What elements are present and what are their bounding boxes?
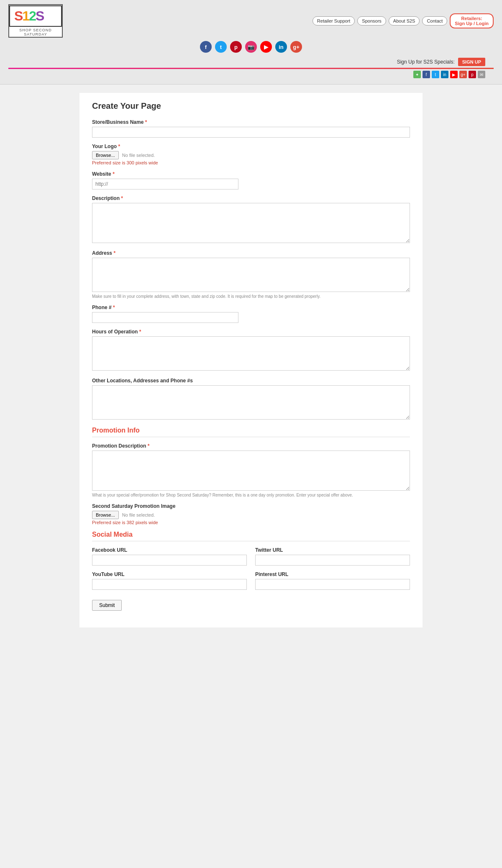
pinterest-label: Pinterest URL	[255, 571, 410, 577]
logo-no-file: No file selected.	[122, 153, 155, 158]
logo-tagline: SHOP SECOND SATURDAY	[9, 28, 62, 36]
promotion-desc-group: Promotion Description * What is your spe…	[92, 443, 410, 497]
phone-label: Phone # *	[92, 305, 410, 310]
share-youtube-icon[interactable]: ▶	[450, 71, 458, 78]
address-group: Address * Make sure to fill in your comp…	[92, 250, 410, 299]
nav-about-s2s[interactable]: About S2S	[389, 16, 420, 26]
promotion-hint: What is your special offer/promotion for…	[92, 493, 410, 497]
other-locations-group: Other Locations, Addresses and Phone #s	[92, 378, 410, 421]
share-sharethis-icon[interactable]: ✦	[413, 71, 421, 78]
promotion-desc-textarea[interactable]	[92, 451, 410, 491]
phone-group: Phone # *	[92, 305, 410, 323]
page-title: Create Your Page	[92, 101, 410, 111]
facebook-input[interactable]	[92, 555, 247, 566]
address-hint: Make sure to fill in your complete addre…	[92, 294, 410, 299]
hours-textarea[interactable]	[92, 336, 410, 371]
social-youtube-icon[interactable]: ▶	[260, 41, 272, 53]
signup-label: Sign Up for S2S Specials:	[397, 59, 455, 65]
social-pinterest-icon[interactable]: p	[230, 41, 242, 53]
submit-button[interactable]: Submit	[92, 600, 122, 611]
youtube-label: YouTube URL	[92, 571, 247, 577]
hours-group: Hours of Operation *	[92, 329, 410, 372]
store-name-group: Store/Business Name *	[92, 119, 410, 138]
social-facebook-icon[interactable]: f	[200, 41, 212, 53]
address-label: Address *	[92, 250, 410, 256]
promo-image-label: Second Saturday Promotion Image	[92, 503, 410, 509]
phone-input[interactable]	[92, 312, 238, 323]
store-name-label: Store/Business Name *	[92, 119, 410, 125]
share-facebook-icon[interactable]: f	[423, 71, 430, 78]
other-locations-label: Other Locations, Addresses and Phone #s	[92, 378, 410, 384]
social-instagram-icon[interactable]: 📷	[245, 41, 257, 53]
twitter-group: Twitter URL	[255, 547, 410, 566]
social-twitter-icon[interactable]: t	[215, 41, 227, 53]
logo-browse-button[interactable]: Browse...	[92, 151, 119, 159]
promotion-section-title: Promotion Info	[92, 427, 410, 437]
description-textarea[interactable]	[92, 203, 410, 243]
website-input[interactable]	[92, 179, 238, 189]
website-group: Website *	[92, 171, 410, 189]
address-textarea[interactable]	[92, 258, 410, 292]
nav-retailer-support[interactable]: Retailer Support	[312, 16, 355, 26]
share-linkedin-icon[interactable]: in	[441, 71, 448, 78]
share-pinterest-icon[interactable]: p	[469, 71, 476, 78]
twitter-label: Twitter URL	[255, 547, 410, 553]
description-label: Description *	[92, 195, 410, 201]
website-label: Website *	[92, 171, 410, 177]
share-googleplus-icon[interactable]: g+	[459, 71, 467, 78]
logo-label: Your Logo *	[92, 143, 410, 149]
promo-no-file: No file selected.	[122, 512, 155, 517]
nav-sponsors[interactable]: Sponsors	[357, 16, 386, 26]
pinterest-input[interactable]	[255, 579, 410, 590]
nav-retailers-login[interactable]: Retailers:Sign Up / Login	[450, 13, 494, 28]
youtube-input[interactable]	[92, 579, 247, 590]
signup-button[interactable]: SIGN UP	[458, 58, 485, 66]
logo-hint: Preferred size is 300 pixels wide	[92, 160, 410, 165]
nav-contact[interactable]: Contact	[422, 16, 447, 26]
promo-browse-button[interactable]: Browse...	[92, 511, 119, 519]
other-locations-textarea[interactable]	[92, 385, 410, 420]
pinterest-group: Pinterest URL	[255, 571, 410, 590]
youtube-group: YouTube URL	[92, 571, 247, 590]
promotion-desc-label: Promotion Description *	[92, 443, 410, 449]
promo-hint: Preferred size is 382 pixels wide	[92, 520, 410, 525]
social-linkedin-icon[interactable]: in	[275, 41, 287, 53]
facebook-group: Facebook URL	[92, 547, 247, 566]
social-section-title: Social Media	[92, 531, 410, 541]
description-group: Description *	[92, 195, 410, 244]
social-googleplus-icon[interactable]: g+	[290, 41, 302, 53]
facebook-label: Facebook URL	[92, 547, 247, 553]
twitter-input[interactable]	[255, 555, 410, 566]
hours-label: Hours of Operation *	[92, 329, 410, 335]
logo-group: Your Logo * Browse... No file selected. …	[92, 143, 410, 165]
share-twitter-icon[interactable]: t	[432, 71, 439, 78]
promo-image-group: Second Saturday Promotion Image Browse..…	[92, 503, 410, 525]
store-name-input[interactable]	[92, 127, 410, 138]
share-email-icon[interactable]: ✉	[478, 71, 485, 78]
